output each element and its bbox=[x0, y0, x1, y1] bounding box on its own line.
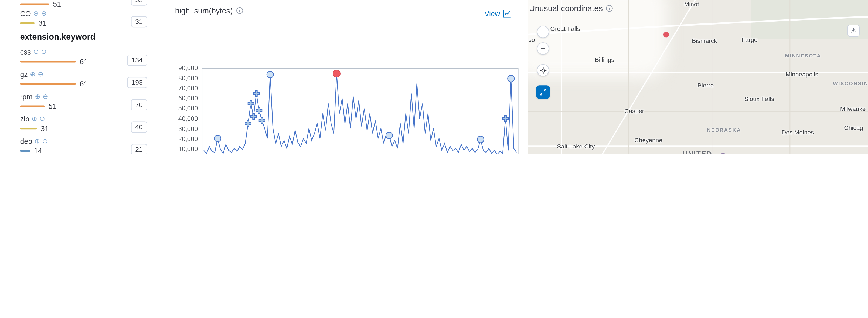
view-link-label: View bbox=[485, 9, 500, 18]
anomaly-marker[interactable] bbox=[214, 135, 221, 142]
minus-icon: − bbox=[541, 44, 545, 53]
map-city-label: so bbox=[529, 36, 535, 43]
chart-y-axis: 90,00080,00070,00060,00050,00040,00030,0… bbox=[175, 68, 198, 154]
map-warning-button[interactable]: ⚠ bbox=[847, 25, 860, 37]
map-city-label: Great Falls bbox=[550, 25, 580, 32]
severity-bar bbox=[20, 83, 76, 85]
minus-in-circle-icon[interactable]: ⊖ bbox=[39, 116, 45, 122]
facet-count-badge[interactable]: 21 bbox=[131, 144, 147, 154]
multi-bucket-anomaly-marker[interactable] bbox=[256, 108, 262, 113]
map-title-row: Unusual coordinates i bbox=[529, 4, 613, 13]
plus-icon: + bbox=[541, 27, 545, 36]
plus-in-circle-icon[interactable]: ⊕ bbox=[30, 71, 36, 78]
info-icon: i bbox=[236, 7, 243, 14]
facet-item-partial: 51 53 bbox=[20, 0, 147, 7]
multi-bucket-anomaly-marker[interactable] bbox=[248, 101, 254, 107]
plus-in-circle-icon[interactable]: ⊕ bbox=[35, 93, 40, 100]
view-chart-link[interactable]: View bbox=[485, 9, 511, 18]
map-city-label: Fargo bbox=[741, 36, 757, 43]
metric-line bbox=[204, 74, 517, 154]
map-state-label: NEBRASKA bbox=[707, 127, 741, 133]
influencers-sidebar: 51 53 CO ⊕ ⊖ 31 31 css ⊕ ⊖ 6 bbox=[0, 0, 162, 154]
facet-item-rpm: rpm ⊕ ⊖ 51 70 bbox=[20, 91, 147, 109]
facet-label: css bbox=[20, 48, 31, 56]
zoom-in-button[interactable]: + bbox=[537, 26, 549, 38]
facet-label: rpm bbox=[20, 92, 32, 101]
map-city-label: Cheyenne bbox=[634, 137, 662, 143]
map-title: Unusual coordinates bbox=[529, 4, 603, 13]
facet-max-score: 51 bbox=[49, 102, 57, 110]
facet-max-score: 31 bbox=[39, 19, 47, 27]
facet-count-badge[interactable]: 193 bbox=[127, 77, 147, 88]
warning-icon: ⚠ bbox=[850, 27, 857, 34]
set-location-button[interactable] bbox=[537, 64, 549, 77]
minus-in-circle-icon[interactable]: ⊖ bbox=[41, 10, 47, 17]
anomaly-location-dot[interactable] bbox=[663, 32, 669, 37]
facet-item-zip: zip ⊕ ⊖ 31 40 bbox=[20, 114, 147, 132]
map-city-label: Bismarck bbox=[692, 37, 717, 44]
severity-bar bbox=[20, 22, 34, 24]
multi-bucket-anomaly-marker[interactable] bbox=[245, 120, 251, 126]
y-tick-label: 60,000 bbox=[178, 95, 198, 102]
plus-in-circle-icon[interactable]: ⊕ bbox=[34, 138, 40, 144]
multi-bucket-anomaly-marker[interactable] bbox=[259, 117, 265, 123]
map-city-label: Salt Lake City bbox=[557, 143, 595, 149]
facet-max-score: 14 bbox=[34, 146, 42, 154]
anomaly-marker[interactable] bbox=[477, 136, 484, 143]
info-icon: i bbox=[606, 5, 613, 12]
zoom-out-button[interactable]: − bbox=[537, 42, 549, 55]
multi-bucket-anomaly-marker[interactable] bbox=[251, 113, 257, 119]
facet-label: CO bbox=[20, 9, 31, 18]
minus-in-circle-icon[interactable]: ⊖ bbox=[42, 138, 48, 144]
chart-title-row: high_sum(bytes) i bbox=[175, 6, 243, 15]
severity-bar bbox=[20, 105, 44, 107]
facet-count-badge[interactable]: 134 bbox=[127, 55, 147, 66]
facet-label: gz bbox=[20, 70, 28, 78]
unusual-coordinates-map[interactable]: Unusual coordinates i + − ⚠ MinotGreat F… bbox=[528, 0, 868, 154]
map-city-label: Casper bbox=[624, 108, 644, 114]
map-state-label: WISCONSIN bbox=[833, 81, 868, 87]
critical-anomaly-marker[interactable] bbox=[333, 70, 340, 77]
facet-item-deb: deb ⊕ ⊖ 14 21 bbox=[20, 136, 147, 154]
facet-count-badge[interactable]: 53 bbox=[131, 0, 147, 6]
multi-bucket-anomaly-marker[interactable] bbox=[253, 91, 259, 97]
anomaly-marker[interactable] bbox=[267, 71, 273, 78]
facet-item-css: css ⊕ ⊖ 61 134 bbox=[20, 47, 147, 65]
influencer-field-heading: extension.keyword bbox=[20, 32, 95, 41]
map-city-label: Minot bbox=[684, 1, 699, 7]
chart-plot-area[interactable] bbox=[202, 68, 519, 154]
y-tick-label: 10,000 bbox=[178, 145, 198, 152]
y-tick-label: 50,000 bbox=[178, 105, 198, 112]
facet-max-score: 31 bbox=[41, 124, 49, 133]
expand-map-button[interactable] bbox=[536, 85, 550, 99]
anomaly-explorer-page: 51 53 CO ⊕ ⊖ 31 31 css ⊕ ⊖ 6 bbox=[0, 0, 868, 154]
map-city-label: Milwauke bbox=[840, 106, 866, 112]
facet-count-badge[interactable]: 70 bbox=[131, 99, 147, 110]
minus-in-circle-icon[interactable]: ⊖ bbox=[41, 49, 47, 55]
severity-bar bbox=[20, 60, 76, 62]
facet-item-gz: gz ⊕ ⊖ 61 193 bbox=[20, 69, 147, 87]
crosshair-icon bbox=[539, 67, 547, 74]
map-city-label: Sioux Falls bbox=[744, 95, 774, 102]
map-city-label: Minneapolis bbox=[785, 71, 818, 78]
country-label: UNITED STATES bbox=[682, 149, 713, 154]
minus-in-circle-icon[interactable]: ⊖ bbox=[43, 93, 48, 100]
anomaly-marker[interactable] bbox=[386, 132, 392, 139]
y-tick-label: 70,000 bbox=[178, 85, 198, 91]
plus-in-circle-icon[interactable]: ⊕ bbox=[33, 49, 39, 55]
facet-count-badge[interactable]: 40 bbox=[131, 121, 147, 133]
minus-in-circle-icon[interactable]: ⊖ bbox=[38, 71, 43, 78]
facet-count-badge[interactable]: 31 bbox=[131, 16, 147, 27]
map-city-label: Billings bbox=[595, 56, 614, 63]
plus-in-circle-icon[interactable]: ⊕ bbox=[32, 116, 37, 122]
map-city-label: Chicag bbox=[844, 124, 863, 131]
plus-in-circle-icon[interactable]: ⊕ bbox=[33, 10, 39, 17]
multi-bucket-anomaly-marker[interactable] bbox=[502, 116, 508, 121]
y-tick-label: 90,000 bbox=[178, 65, 198, 71]
line-chart-icon bbox=[503, 9, 511, 18]
expand-icon bbox=[539, 88, 547, 96]
anomaly-marker[interactable] bbox=[508, 75, 514, 82]
facet-item-co: CO ⊕ ⊖ 31 31 bbox=[20, 8, 147, 26]
chart-title: high_sum(bytes) bbox=[175, 6, 233, 15]
severity-bar bbox=[20, 3, 49, 5]
